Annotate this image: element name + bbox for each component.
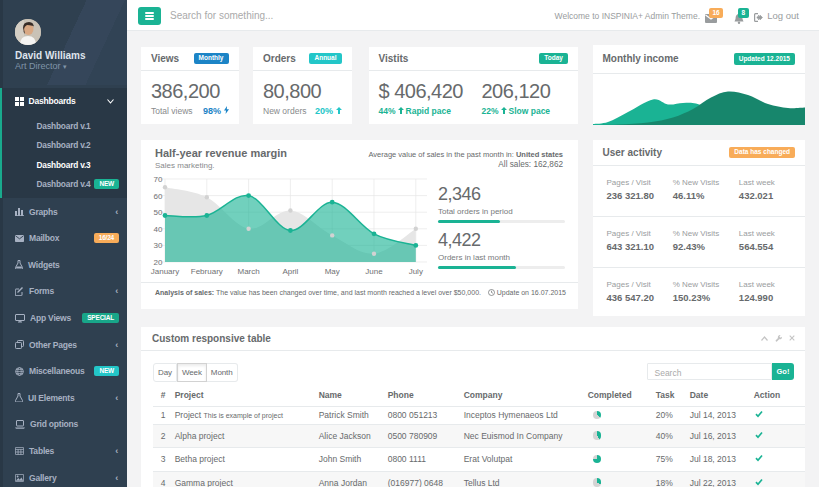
svg-text:30: 30 bbox=[154, 241, 163, 250]
svg-text:January: January bbox=[151, 267, 179, 276]
svg-text:May: May bbox=[325, 267, 340, 276]
svg-text:50: 50 bbox=[154, 208, 163, 217]
svg-text:February: February bbox=[191, 267, 223, 276]
svg-text:March: March bbox=[237, 267, 259, 276]
svg-text:June: June bbox=[365, 267, 383, 276]
svg-text:40: 40 bbox=[154, 225, 163, 234]
svg-text:April: April bbox=[282, 267, 298, 276]
svg-text:70: 70 bbox=[154, 175, 163, 184]
svg-text:60: 60 bbox=[154, 192, 163, 201]
svg-text:July: July bbox=[409, 267, 423, 276]
